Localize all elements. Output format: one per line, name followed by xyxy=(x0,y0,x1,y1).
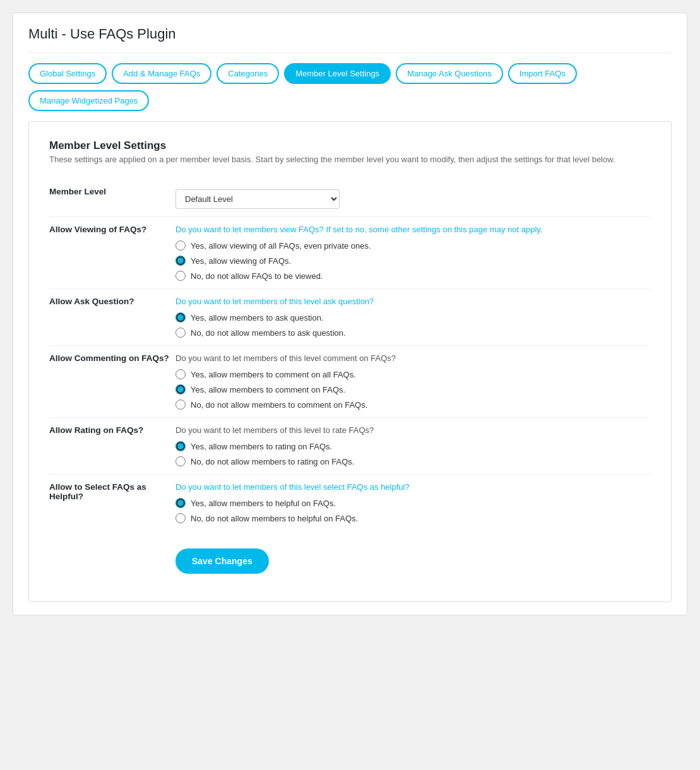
allow-ask-label: Allow Ask Question? xyxy=(49,289,175,346)
allow-rating-label: Allow Rating on FAQs? xyxy=(49,418,175,475)
page-title: Multi - Use FAQs Plugin xyxy=(28,26,672,53)
helpful-no-option[interactable]: No, do not allow members to helpful on F… xyxy=(175,513,651,523)
rating-yes-radio[interactable] xyxy=(175,441,186,451)
rating-no-option[interactable]: No, do not allow members to rating on FA… xyxy=(175,456,651,466)
comment-all-option[interactable]: Yes, allow members to comment on all FAQ… xyxy=(175,369,651,379)
comment-no-label: No, do not allow members to comment on F… xyxy=(191,400,367,410)
comment-all-label: Yes, allow members to comment on all FAQ… xyxy=(191,370,356,379)
member-level-label: Member Level xyxy=(49,179,175,217)
allow-rating-field: Do you want to let members of this level… xyxy=(175,418,651,475)
ask-no-radio[interactable] xyxy=(175,328,186,338)
helpful-yes-option[interactable]: Yes, allow members to helpful on FAQs. xyxy=(175,498,651,508)
rating-no-radio[interactable] xyxy=(175,456,186,466)
allow-viewing-options: Yes, allow viewing of all FAQs, even pri… xyxy=(175,240,651,281)
tab-manage-widgetized-pages[interactable]: Manage Widgetized Pages xyxy=(28,90,149,111)
tab-categories[interactable]: Categories xyxy=(217,63,279,84)
tabs-row: Global Settings Add & Manage FAQs Catego… xyxy=(28,63,672,84)
allow-viewing-desc: Do you want to let members view FAQs? If… xyxy=(175,225,651,234)
allow-rating-options: Yes, allow members to rating on FAQs. No… xyxy=(175,441,651,466)
allow-rating-row: Allow Rating on FAQs? Do you want to let… xyxy=(49,418,651,475)
allow-helpful-options: Yes, allow members to helpful on FAQs. N… xyxy=(175,498,651,523)
ask-no-label: No, do not allow members to ask question… xyxy=(191,328,346,338)
rating-yes-label: Yes, allow members to rating on FAQs. xyxy=(191,442,332,451)
tab-add-manage-faqs[interactable]: Add & Manage FAQs xyxy=(112,63,211,84)
allow-helpful-field: Do you want to let members of this level… xyxy=(175,475,651,531)
rating-yes-option[interactable]: Yes, allow members to rating on FAQs. xyxy=(175,441,651,451)
view-all-label: Yes, allow viewing of all FAQs, even pri… xyxy=(191,241,371,251)
allow-ask-options: Yes, allow members to ask question. No, … xyxy=(175,312,651,338)
view-no-label: No, do not allow FAQs to be viewed. xyxy=(191,271,323,281)
allow-commenting-field: Do you want to let members of this level… xyxy=(175,346,651,418)
tab-member-level-settings[interactable]: Member Level Settings xyxy=(284,63,391,84)
allow-viewing-row: Allow Viewing of FAQs? Do you want to le… xyxy=(49,217,651,289)
helpful-yes-radio[interactable] xyxy=(175,498,186,508)
view-yes-radio[interactable] xyxy=(175,256,186,266)
member-level-field: Default Level Level 1 Level 2 Level 3 xyxy=(175,179,651,217)
view-all-radio[interactable] xyxy=(175,240,186,251)
page-wrapper: Multi - Use FAQs Plugin Global Settings … xyxy=(13,13,687,615)
allow-ask-desc: Do you want to let members of this level… xyxy=(175,297,651,306)
allow-viewing-label: Allow Viewing of FAQs? xyxy=(49,217,175,289)
allow-ask-field: Do you want to let members of this level… xyxy=(175,289,651,346)
ask-no-option[interactable]: No, do not allow members to ask question… xyxy=(175,328,651,338)
view-no-option[interactable]: No, do not allow FAQs to be viewed. xyxy=(175,271,651,281)
member-level-select[interactable]: Default Level Level 1 Level 2 Level 3 xyxy=(175,189,340,209)
tabs-row-2: Manage Widgetized Pages xyxy=(28,90,672,111)
comment-yes-radio[interactable] xyxy=(175,384,186,394)
allow-helpful-row: Allow to Select FAQs as Helpful? Do you … xyxy=(49,475,651,531)
comment-no-option[interactable]: No, do not allow members to comment on F… xyxy=(175,400,651,410)
allow-commenting-label: Allow Commenting on FAQs? xyxy=(49,346,175,418)
section-title: Member Level Settings xyxy=(49,139,651,152)
allow-rating-desc: Do you want to let members of this level… xyxy=(175,425,651,435)
ask-yes-option[interactable]: Yes, allow members to ask question. xyxy=(175,312,651,323)
view-yes-option[interactable]: Yes, allow viewing of FAQs. xyxy=(175,256,651,266)
member-level-row: Member Level Default Level Level 1 Level… xyxy=(49,179,651,217)
save-cell: Save Changes xyxy=(175,531,651,581)
save-row: Save Changes xyxy=(49,531,651,581)
allow-commenting-desc: Do you want to let members of this level… xyxy=(175,353,651,363)
allow-ask-row: Allow Ask Question? Do you want to let m… xyxy=(49,289,651,346)
tab-manage-ask-questions[interactable]: Manage Ask Questions xyxy=(396,63,503,84)
comment-yes-option[interactable]: Yes, allow members to comment on FAQs. xyxy=(175,384,651,394)
comment-all-radio[interactable] xyxy=(175,369,186,379)
view-all-option[interactable]: Yes, allow viewing of all FAQs, even pri… xyxy=(175,240,651,251)
helpful-yes-label: Yes, allow members to helpful on FAQs. xyxy=(191,499,336,508)
helpful-no-radio[interactable] xyxy=(175,513,186,523)
section-desc: These settings are applied on a per memb… xyxy=(49,155,651,164)
helpful-no-label: No, do not allow members to helpful on F… xyxy=(191,514,358,523)
allow-commenting-row: Allow Commenting on FAQs? Do you want to… xyxy=(49,346,651,418)
tab-global-settings[interactable]: Global Settings xyxy=(28,63,107,84)
allow-viewing-field: Do you want to let members view FAQs? If… xyxy=(175,217,651,289)
save-button[interactable]: Save Changes xyxy=(175,548,269,574)
ask-yes-radio[interactable] xyxy=(175,312,186,323)
allow-commenting-options: Yes, allow members to comment on all FAQ… xyxy=(175,369,651,410)
content-box: Member Level Settings These settings are… xyxy=(28,121,672,602)
rating-no-label: No, do not allow members to rating on FA… xyxy=(191,457,354,466)
comment-yes-label: Yes, allow members to comment on FAQs. xyxy=(191,385,345,394)
allow-helpful-desc: Do you want to let members of this level… xyxy=(175,482,651,492)
settings-table: Member Level Default Level Level 1 Level… xyxy=(49,179,651,581)
comment-no-radio[interactable] xyxy=(175,400,186,410)
view-yes-label: Yes, allow viewing of FAQs. xyxy=(191,256,291,266)
view-no-radio[interactable] xyxy=(175,271,186,281)
allow-helpful-label: Allow to Select FAQs as Helpful? xyxy=(49,475,175,531)
ask-yes-label: Yes, allow members to ask question. xyxy=(191,313,324,323)
tab-import-faqs[interactable]: Import FAQs xyxy=(508,63,577,84)
